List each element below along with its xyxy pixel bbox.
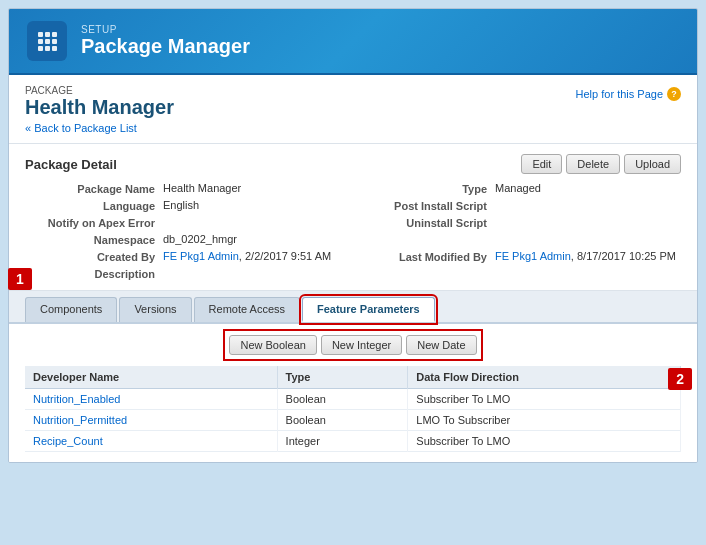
row-2-type: Boolean: [277, 410, 408, 431]
namespace-label: Namespace: [25, 233, 155, 246]
row-1-name-link[interactable]: Nutrition_Enabled: [33, 393, 120, 405]
fp-actions-inner: New Boolean New Integer New Date: [228, 334, 477, 356]
tab-feature-parameters[interactable]: Feature Parameters: [302, 297, 435, 322]
svg-rect-8: [52, 46, 57, 51]
table-row: Nutrition_Permitted Boolean LMO To Subsc…: [25, 410, 681, 431]
svg-rect-2: [52, 32, 57, 37]
row-1-type: Boolean: [277, 389, 408, 410]
svg-rect-7: [45, 46, 50, 51]
last-modified-date: 8/17/2017 10:25 PM: [577, 250, 676, 262]
header-text: SETUP Package Manager: [81, 24, 250, 58]
feature-params-panel: New Boolean New Integer New Date Develop…: [9, 324, 697, 462]
table-header: Developer Name Type Data Flow Direction: [25, 366, 681, 389]
table-row: Nutrition_Enabled Boolean Subscriber To …: [25, 389, 681, 410]
annotation-2: 2: [668, 368, 692, 390]
new-date-button[interactable]: New Date: [406, 335, 476, 355]
fp-actions: New Boolean New Integer New Date: [25, 334, 681, 356]
setup-label: SETUP: [81, 24, 250, 35]
last-modified-value: FE Pkg1 Admin, 8/17/2017 10:25 PM: [495, 250, 681, 263]
post-install-label: Post Install Script: [357, 199, 487, 212]
page-wrapper: 1 2 SETUP Package Manager: [0, 0, 706, 471]
svg-rect-6: [38, 46, 43, 51]
help-badge-icon: ?: [667, 87, 681, 101]
notify-label: Notify on Apex Error: [25, 216, 155, 229]
type-label: Type: [357, 182, 487, 195]
new-boolean-button[interactable]: New Boolean: [229, 335, 316, 355]
svg-rect-1: [45, 32, 50, 37]
section-title: Package Detail: [25, 157, 117, 172]
table-row: Recipe_Count Integer Subscriber To LMO: [25, 431, 681, 452]
section-header: Package Detail Edit Delete Upload: [25, 154, 681, 174]
last-modified-link[interactable]: FE Pkg1 Admin: [495, 250, 571, 262]
section-actions: Edit Delete Upload: [521, 154, 681, 174]
edit-button[interactable]: Edit: [521, 154, 562, 174]
back-link[interactable]: « Back to Package List: [25, 122, 137, 134]
post-install-value: [495, 199, 681, 212]
package-detail-section: Package Detail Edit Delete Upload Packag…: [9, 144, 697, 291]
row-3-name: Recipe_Count: [25, 431, 277, 452]
last-modified-label: Last Modified By: [357, 250, 487, 263]
app-header: SETUP Package Manager: [9, 9, 697, 75]
page-header: Package Health Manager « Back to Package…: [9, 75, 697, 144]
table-body: Nutrition_Enabled Boolean Subscriber To …: [25, 389, 681, 452]
type-value: Managed: [495, 182, 681, 195]
row-2-name-link[interactable]: Nutrition_Permitted: [33, 414, 127, 426]
tab-versions[interactable]: Versions: [119, 297, 191, 322]
row-2-direction: LMO To Subscriber: [408, 410, 681, 431]
notify-value: [163, 216, 349, 229]
created-by-label: Created By: [25, 250, 155, 263]
help-link[interactable]: Help for this Page ?: [576, 87, 681, 101]
svg-rect-4: [45, 39, 50, 44]
annotation-1: 1: [8, 268, 32, 290]
table-header-row: Developer Name Type Data Flow Direction: [25, 366, 681, 389]
language-label: Language: [25, 199, 155, 212]
detail-grid: Package Name Health Manager Type Managed…: [25, 182, 681, 280]
created-by-value: FE Pkg1 Admin, 2/2/2017 9:51 AM: [163, 250, 349, 263]
uninstall-value: [495, 216, 681, 229]
row-3-name-link[interactable]: Recipe_Count: [33, 435, 103, 447]
tabs-container: Components Versions Remote Access Featur…: [9, 291, 697, 324]
col-type: Type: [277, 366, 408, 389]
main-card: SETUP Package Manager Package Health Man…: [8, 8, 698, 463]
col-developer-name: Developer Name: [25, 366, 277, 389]
app-title: Package Manager: [81, 35, 250, 58]
col-direction: Data Flow Direction: [408, 366, 681, 389]
namespace-value: db_0202_hmgr: [163, 233, 349, 246]
created-by-date: 2/2/2017 9:51 AM: [245, 250, 331, 262]
tab-components[interactable]: Components: [25, 297, 117, 322]
app-icon: [27, 21, 67, 61]
upload-button[interactable]: Upload: [624, 154, 681, 174]
help-link-text: Help for this Page: [576, 88, 663, 100]
svg-rect-0: [38, 32, 43, 37]
tab-remote-access[interactable]: Remote Access: [194, 297, 300, 322]
svg-rect-3: [38, 39, 43, 44]
feature-params-table: Developer Name Type Data Flow Direction …: [25, 366, 681, 452]
new-integer-button[interactable]: New Integer: [321, 335, 402, 355]
svg-rect-5: [52, 39, 57, 44]
row-2-name: Nutrition_Permitted: [25, 410, 277, 431]
empty-label-1: [357, 233, 487, 246]
empty-value-1: [495, 233, 681, 246]
description-value: [163, 267, 349, 280]
description-label: Description: [25, 267, 155, 280]
row-3-direction: Subscriber To LMO: [408, 431, 681, 452]
delete-button[interactable]: Delete: [566, 154, 620, 174]
row-1-direction: Subscriber To LMO: [408, 389, 681, 410]
apps-grid-icon: [35, 29, 59, 53]
row-1-name: Nutrition_Enabled: [25, 389, 277, 410]
language-value: English: [163, 199, 349, 212]
uninstall-label: Uninstall Script: [357, 216, 487, 229]
package-name-value: Health Manager: [163, 182, 349, 195]
row-3-type: Integer: [277, 431, 408, 452]
created-by-link[interactable]: FE Pkg1 Admin: [163, 250, 239, 262]
package-name-label: Package Name: [25, 182, 155, 195]
